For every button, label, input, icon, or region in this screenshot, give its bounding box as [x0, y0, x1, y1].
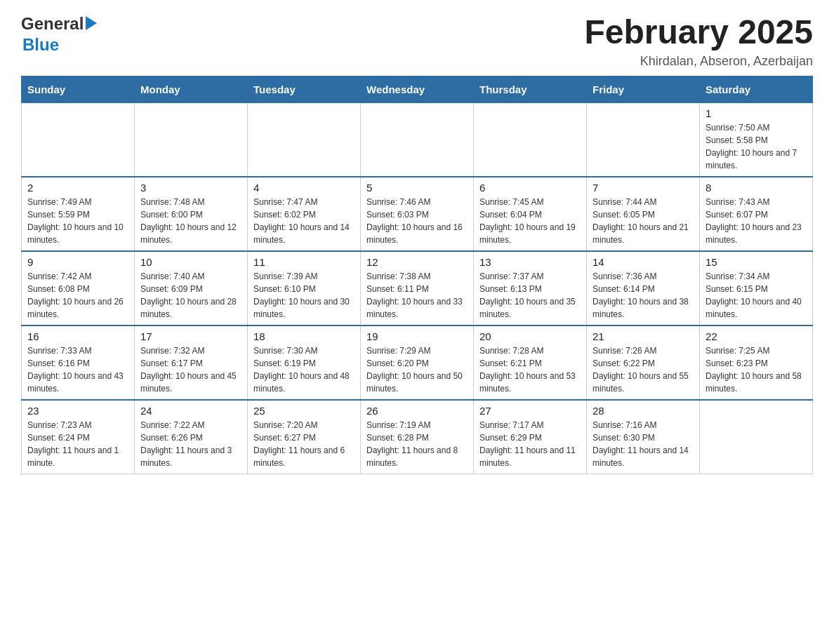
- day-info: Sunrise: 7:44 AM Sunset: 6:05 PM Dayligh…: [593, 196, 694, 246]
- day-info: Sunrise: 7:30 AM Sunset: 6:19 PM Dayligh…: [253, 344, 355, 395]
- day-number: 3: [140, 182, 241, 194]
- calendar-cell: [248, 102, 361, 177]
- calendar-cell: 14Sunrise: 7:36 AM Sunset: 6:14 PM Dayli…: [587, 251, 700, 326]
- calendar-cell: 13Sunrise: 7:37 AM Sunset: 6:13 PM Dayli…: [474, 251, 587, 326]
- day-number: 1: [706, 107, 807, 119]
- calendar-cell: 18Sunrise: 7:30 AM Sunset: 6:19 PM Dayli…: [248, 326, 361, 400]
- logo-general: General: [21, 14, 84, 34]
- day-number: 13: [479, 256, 581, 268]
- month-title: February 2025: [584, 14, 813, 51]
- day-info: Sunrise: 7:19 AM Sunset: 6:28 PM Dayligh…: [366, 419, 468, 469]
- day-number: 25: [253, 405, 355, 417]
- weekday-header: Friday: [587, 76, 700, 102]
- day-number: 5: [366, 182, 468, 194]
- day-number: 9: [27, 256, 128, 268]
- day-info: Sunrise: 7:47 AM Sunset: 6:02 PM Dayligh…: [253, 196, 355, 246]
- calendar-cell: 12Sunrise: 7:38 AM Sunset: 6:11 PM Dayli…: [361, 251, 474, 326]
- weekday-header: Saturday: [700, 76, 813, 102]
- day-info: Sunrise: 7:45 AM Sunset: 6:04 PM Dayligh…: [479, 196, 581, 246]
- calendar-cell: 7Sunrise: 7:44 AM Sunset: 6:05 PM Daylig…: [587, 177, 700, 251]
- day-number: 18: [253, 330, 355, 342]
- day-number: 24: [140, 405, 241, 417]
- day-number: 4: [253, 182, 355, 194]
- day-number: 2: [27, 182, 128, 194]
- day-number: 8: [706, 182, 807, 194]
- day-number: 21: [593, 330, 694, 342]
- calendar-table: SundayMondayTuesdayWednesdayThursdayFrid…: [21, 76, 813, 474]
- day-number: 22: [706, 330, 807, 342]
- day-number: 17: [140, 330, 241, 342]
- day-number: 27: [479, 405, 581, 417]
- weekday-header: Thursday: [474, 76, 587, 102]
- weekday-header: Wednesday: [361, 76, 474, 102]
- day-number: 26: [366, 405, 468, 417]
- day-number: 12: [366, 256, 468, 268]
- calendar-cell: 26Sunrise: 7:19 AM Sunset: 6:28 PM Dayli…: [361, 400, 474, 474]
- weekday-header: Sunday: [22, 76, 135, 102]
- calendar-cell: 11Sunrise: 7:39 AM Sunset: 6:10 PM Dayli…: [248, 251, 361, 326]
- day-number: 11: [253, 256, 355, 268]
- calendar-week-row: 16Sunrise: 7:33 AM Sunset: 6:16 PM Dayli…: [22, 326, 813, 400]
- calendar-cell: [474, 102, 587, 177]
- calendar-cell: [700, 400, 813, 474]
- day-info: Sunrise: 7:20 AM Sunset: 6:27 PM Dayligh…: [253, 419, 355, 469]
- calendar-cell: 24Sunrise: 7:22 AM Sunset: 6:26 PM Dayli…: [135, 400, 248, 474]
- calendar-cell: 19Sunrise: 7:29 AM Sunset: 6:20 PM Dayli…: [361, 326, 474, 400]
- day-info: Sunrise: 7:40 AM Sunset: 6:09 PM Dayligh…: [140, 270, 241, 321]
- day-number: 7: [593, 182, 694, 194]
- calendar-week-row: 9Sunrise: 7:42 AM Sunset: 6:08 PM Daylig…: [22, 251, 813, 326]
- calendar-week-row: 23Sunrise: 7:23 AM Sunset: 6:24 PM Dayli…: [22, 400, 813, 474]
- day-number: 23: [27, 405, 128, 417]
- calendar-cell: 15Sunrise: 7:34 AM Sunset: 6:15 PM Dayli…: [700, 251, 813, 326]
- day-number: 19: [366, 330, 468, 342]
- calendar-cell: 1Sunrise: 7:50 AM Sunset: 5:58 PM Daylig…: [700, 102, 813, 177]
- day-number: 28: [593, 405, 694, 417]
- calendar-cell: [135, 102, 248, 177]
- calendar-cell: 22Sunrise: 7:25 AM Sunset: 6:23 PM Dayli…: [700, 326, 813, 400]
- day-number: 6: [479, 182, 581, 194]
- day-info: Sunrise: 7:22 AM Sunset: 6:26 PM Dayligh…: [140, 419, 241, 469]
- calendar-cell: 17Sunrise: 7:32 AM Sunset: 6:17 PM Dayli…: [135, 326, 248, 400]
- day-info: Sunrise: 7:34 AM Sunset: 6:15 PM Dayligh…: [706, 270, 807, 321]
- logo-blue: Blue: [22, 35, 59, 55]
- day-info: Sunrise: 7:33 AM Sunset: 6:16 PM Dayligh…: [27, 344, 128, 395]
- day-info: Sunrise: 7:36 AM Sunset: 6:14 PM Dayligh…: [593, 270, 694, 321]
- calendar-week-row: 1Sunrise: 7:50 AM Sunset: 5:58 PM Daylig…: [22, 102, 813, 177]
- day-number: 14: [593, 256, 694, 268]
- page-header: General Blue February 2025 Khirdalan, Ab…: [21, 14, 813, 69]
- day-info: Sunrise: 7:32 AM Sunset: 6:17 PM Dayligh…: [140, 344, 241, 395]
- calendar-cell: 9Sunrise: 7:42 AM Sunset: 6:08 PM Daylig…: [22, 251, 135, 326]
- calendar-cell: 27Sunrise: 7:17 AM Sunset: 6:29 PM Dayli…: [474, 400, 587, 474]
- day-info: Sunrise: 7:17 AM Sunset: 6:29 PM Dayligh…: [479, 419, 581, 469]
- calendar-cell: 8Sunrise: 7:43 AM Sunset: 6:07 PM Daylig…: [700, 177, 813, 251]
- calendar-week-row: 2Sunrise: 7:49 AM Sunset: 5:59 PM Daylig…: [22, 177, 813, 251]
- day-info: Sunrise: 7:28 AM Sunset: 6:21 PM Dayligh…: [479, 344, 581, 395]
- calendar-cell: 20Sunrise: 7:28 AM Sunset: 6:21 PM Dayli…: [474, 326, 587, 400]
- calendar-cell: [22, 102, 135, 177]
- day-info: Sunrise: 7:48 AM Sunset: 6:00 PM Dayligh…: [140, 196, 241, 246]
- logo: General Blue: [21, 14, 97, 55]
- day-number: 10: [140, 256, 241, 268]
- day-info: Sunrise: 7:50 AM Sunset: 5:58 PM Dayligh…: [706, 121, 807, 172]
- calendar-cell: 23Sunrise: 7:23 AM Sunset: 6:24 PM Dayli…: [22, 400, 135, 474]
- weekday-header-row: SundayMondayTuesdayWednesdayThursdayFrid…: [22, 76, 813, 102]
- calendar-cell: 25Sunrise: 7:20 AM Sunset: 6:27 PM Dayli…: [248, 400, 361, 474]
- day-info: Sunrise: 7:26 AM Sunset: 6:22 PM Dayligh…: [593, 344, 694, 395]
- day-info: Sunrise: 7:46 AM Sunset: 6:03 PM Dayligh…: [366, 196, 468, 246]
- day-info: Sunrise: 7:23 AM Sunset: 6:24 PM Dayligh…: [27, 419, 128, 469]
- day-info: Sunrise: 7:25 AM Sunset: 6:23 PM Dayligh…: [706, 344, 807, 395]
- day-info: Sunrise: 7:39 AM Sunset: 6:10 PM Dayligh…: [253, 270, 355, 321]
- day-info: Sunrise: 7:29 AM Sunset: 6:20 PM Dayligh…: [366, 344, 468, 395]
- day-info: Sunrise: 7:38 AM Sunset: 6:11 PM Dayligh…: [366, 270, 468, 321]
- day-info: Sunrise: 7:42 AM Sunset: 6:08 PM Dayligh…: [27, 270, 128, 321]
- day-info: Sunrise: 7:16 AM Sunset: 6:30 PM Dayligh…: [593, 419, 694, 469]
- calendar-cell: 28Sunrise: 7:16 AM Sunset: 6:30 PM Dayli…: [587, 400, 700, 474]
- weekday-header: Monday: [135, 76, 248, 102]
- day-number: 15: [706, 256, 807, 268]
- weekday-header: Tuesday: [248, 76, 361, 102]
- calendar-cell: 10Sunrise: 7:40 AM Sunset: 6:09 PM Dayli…: [135, 251, 248, 326]
- calendar-cell: 5Sunrise: 7:46 AM Sunset: 6:03 PM Daylig…: [361, 177, 474, 251]
- calendar-cell: 4Sunrise: 7:47 AM Sunset: 6:02 PM Daylig…: [248, 177, 361, 251]
- calendar-cell: 6Sunrise: 7:45 AM Sunset: 6:04 PM Daylig…: [474, 177, 587, 251]
- calendar-cell: 3Sunrise: 7:48 AM Sunset: 6:00 PM Daylig…: [135, 177, 248, 251]
